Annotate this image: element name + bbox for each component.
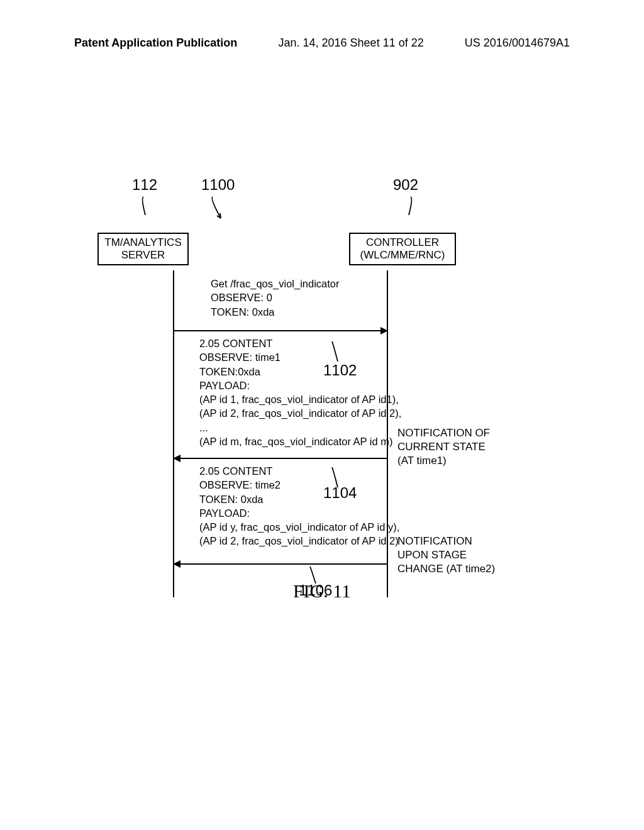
msg2-line6: (AP id 2, frac_qos_viol_indicator of AP … <box>199 406 401 420</box>
box-right-line2: (WLC/MME/RNC) <box>355 249 450 262</box>
msg3-line2: OBSERVE: time2 <box>199 478 399 492</box>
msg1-line3: TOKEN: 0xda <box>211 305 340 319</box>
msg2-line5: (AP id 1, frac_qos_viol_indicator of AP … <box>199 392 401 406</box>
leader-line-1102 <box>330 340 346 365</box>
note2-line1: NOTIFICATION <box>397 534 495 548</box>
figure-11: 112 1100 902 TM/ANALYTICS SERVER CONTROL… <box>97 176 563 270</box>
arrow-get-request <box>174 330 387 331</box>
msg2-line4: PAYLOAD: <box>199 379 401 392</box>
msg3-line5: (AP id y, frac_qos_viol_indicator of AP … <box>199 520 399 534</box>
note2-line3: CHANGE (AT time2) <box>397 562 495 576</box>
message-content-time2: 2.05 CONTENT OBSERVE: time2 TOKEN: 0xda … <box>199 464 399 548</box>
arrow-content-time1 <box>174 458 387 459</box>
msg3-line4: PAYLOAD: <box>199 506 399 520</box>
controller-box: CONTROLLER (WLC/MME/RNC) <box>349 233 456 265</box>
arrow-content-time2 <box>174 563 387 565</box>
note1-line1: NOTIFICATION OF <box>397 426 490 440</box>
msg3-line6: (AP id 2, frac_qos_viol_indicator of AP … <box>199 534 399 548</box>
note1-line3: (AT time1) <box>397 454 490 468</box>
msg1-line2: OBSERVE: 0 <box>211 290 340 304</box>
ref-label-112: 112 <box>132 176 157 194</box>
leader-line-112 <box>140 195 153 217</box>
ref-label-1104: 1104 <box>323 484 357 502</box>
side-note-time2: NOTIFICATION UPON STAGE CHANGE (AT time2… <box>397 534 495 576</box>
header-center: Jan. 14, 2016 Sheet 11 of 22 <box>279 36 424 50</box>
ref-label-1100: 1100 <box>201 176 235 194</box>
note1-line2: CURRENT STATE <box>397 440 490 454</box>
leader-line-1100 <box>209 195 222 220</box>
top-reference-labels: 112 1100 902 <box>97 176 563 233</box>
box-right-line1: CONTROLLER <box>355 236 450 249</box>
side-note-time1: NOTIFICATION OF CURRENT STATE (AT time1) <box>397 426 490 468</box>
msg3-line3: TOKEN: 0xda <box>199 492 399 506</box>
msg2-line2: OBSERVE: time1 <box>199 350 401 364</box>
header-left: Patent Application Publication <box>74 36 237 50</box>
ref-label-1102: 1102 <box>323 362 357 379</box>
msg2-line7: ... <box>199 421 401 434</box>
participant-boxes: TM/ANALYTICS SERVER CONTROLLER (WLC/MME/… <box>97 233 563 270</box>
msg2-line3: TOKEN:0xda <box>199 365 401 379</box>
message-content-time1: 2.05 CONTENT OBSERVE: time1 TOKEN:0xda P… <box>199 336 401 448</box>
box-left-line2: SERVER <box>104 249 182 262</box>
leader-line-902 <box>401 195 414 217</box>
note2-line2: UPON STAGE <box>397 548 495 562</box>
tm-analytics-server-box: TM/ANALYTICS SERVER <box>97 233 189 265</box>
message-get-request: Get /frac_qos_viol_indicator OBSERVE: 0 … <box>211 277 340 319</box>
lifeline-server <box>173 270 174 597</box>
msg1-line1: Get /frac_qos_viol_indicator <box>211 277 340 290</box>
box-left-line1: TM/ANALYTICS <box>104 236 182 249</box>
msg2-line8: (AP id m, frac_qos_viol_indicator AP id … <box>199 434 401 448</box>
msg3-line1: 2.05 CONTENT <box>199 464 399 478</box>
ref-label-902: 902 <box>393 176 418 194</box>
page-header: Patent Application Publication Jan. 14, … <box>0 36 644 50</box>
figure-caption: FIG. 11 <box>0 580 644 602</box>
header-right: US 2016/0014679A1 <box>465 36 570 50</box>
msg2-line1: 2.05 CONTENT <box>199 336 401 350</box>
